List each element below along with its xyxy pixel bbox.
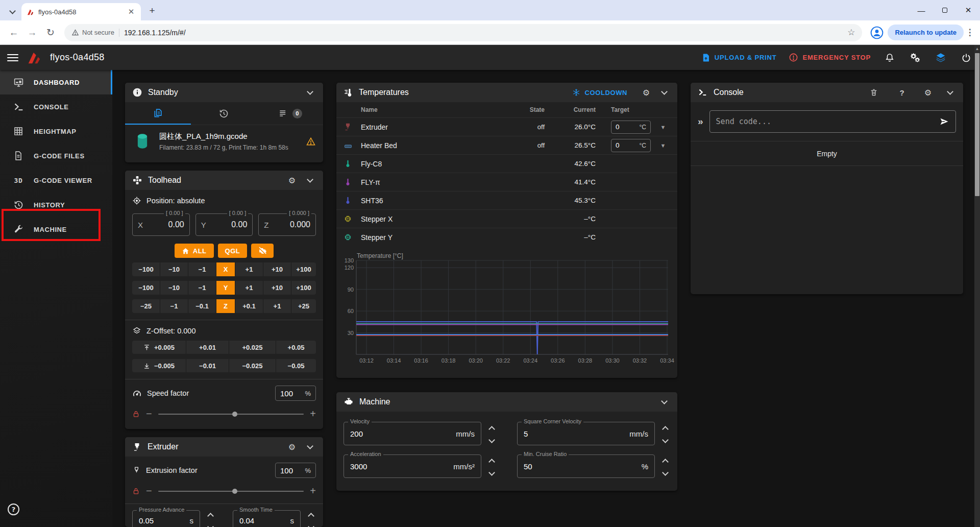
power-button[interactable] — [960, 51, 973, 64]
lock-icon[interactable] — [132, 487, 140, 495]
console-clear-trash-button[interactable] — [870, 88, 882, 97]
temp-row-extruder[interactable]: Extruder off 26.0°C 0 °C ▼ — [336, 117, 677, 136]
hamburger-menu-button[interactable] — [7, 54, 18, 61]
jog-y-minus-10[interactable]: −10 — [160, 281, 188, 295]
increment-button[interactable] — [662, 459, 669, 465]
x-position-field[interactable]: [ 0.00 ] X 0.00 — [132, 213, 190, 236]
collapse-button[interactable] — [304, 445, 316, 448]
jog-z-plus-01[interactable]: +0.1 — [235, 299, 263, 313]
sidebar-item-console[interactable]: CONSOLE — [0, 94, 112, 119]
new-tab-button[interactable]: + — [145, 4, 159, 18]
sidebar-item-history[interactable]: HISTORY — [0, 193, 112, 217]
console-expand-icon[interactable]: » — [698, 116, 703, 127]
notifications-bell-button[interactable] — [883, 51, 896, 64]
slider-knob[interactable] — [232, 489, 237, 494]
cooldown-button[interactable]: COOLDOWN — [572, 88, 627, 97]
speed-factor-input[interactable]: 100 % — [275, 386, 316, 401]
jog-x-minus-1[interactable]: −1 — [188, 262, 216, 276]
extrusion-increase-button[interactable]: + — [310, 485, 316, 497]
min-cruise-ratio-field[interactable]: Min. Cruise Ratio 50 % — [517, 454, 655, 478]
z-offset-up-001[interactable]: +0.01 — [186, 341, 229, 354]
target-dropdown-icon[interactable]: ▼ — [656, 124, 670, 130]
jog-z-plus-25[interactable]: +25 — [291, 299, 316, 313]
z-offset-down-005[interactable]: −0.05 — [276, 359, 316, 372]
window-maximize-button[interactable] — [933, 0, 957, 20]
extruder-settings-gear-icon[interactable]: ⚙ — [286, 442, 298, 452]
sidebar-item-machine[interactable]: MACHINE — [0, 217, 112, 242]
collapse-button[interactable] — [304, 179, 316, 182]
sidebar-item-gcode-viewer[interactable]: 3D G-CODE VIEWER — [0, 168, 112, 193]
not-secure-chip[interactable]: Not secure — [71, 29, 114, 36]
window-minimize-button[interactable]: — — [910, 0, 933, 20]
target-dropdown-icon[interactable]: ▼ — [656, 142, 670, 149]
page-scrollbar[interactable]: ▲ — [974, 45, 980, 527]
gcode-file-item[interactable]: 圆柱体_PLA_1h9m.gcode Filament: 23.83 m / 7… — [125, 125, 323, 158]
jog-z-minus-01[interactable]: −0.1 — [188, 299, 216, 313]
tab-jobs[interactable] — [125, 102, 191, 125]
sidebar-item-dashboard[interactable]: DASHBOARD — [0, 70, 112, 94]
extrusion-decrease-button[interactable]: − — [146, 485, 152, 497]
profile-avatar[interactable] — [870, 26, 884, 39]
send-icon[interactable] — [939, 116, 949, 127]
sidebar-item-gcode-files[interactable]: G-CODE FILES — [0, 143, 112, 168]
decrement-button[interactable] — [662, 437, 669, 443]
collapse-button[interactable] — [304, 91, 316, 94]
acceleration-field[interactable]: Acceleration 3000 mm/s² — [344, 454, 481, 478]
qgl-button[interactable]: QGL — [218, 244, 248, 258]
scrollbar-up-arrow[interactable]: ▲ — [974, 45, 980, 51]
bookmark-star-icon[interactable]: ☆ — [847, 27, 855, 38]
z-offset-down-0025[interactable]: −0.025 — [229, 359, 276, 372]
jog-x-plus-100[interactable]: +100 — [291, 262, 316, 276]
increment-button[interactable] — [308, 513, 314, 519]
help-fab-button[interactable]: ? — [8, 504, 19, 515]
jog-z-plus-1[interactable]: +1 — [263, 299, 291, 313]
jog-y-axis-button[interactable]: Y — [216, 281, 235, 295]
velocity-field[interactable]: Velocity 200 mm/s — [344, 422, 481, 445]
console-help-button[interactable]: ? — [896, 88, 908, 97]
z-offset-up-005[interactable]: +0.05 — [276, 341, 316, 354]
jog-z-minus-1[interactable]: −1 — [160, 299, 188, 313]
increment-button[interactable] — [488, 459, 495, 465]
increment-button[interactable] — [488, 426, 495, 433]
ui-settings-gears-button[interactable] — [909, 51, 922, 64]
increment-button[interactable] — [207, 513, 214, 519]
speed-decrease-button[interactable]: − — [146, 408, 152, 420]
jog-z-minus-25[interactable]: −25 — [132, 299, 160, 313]
browser-tab[interactable]: flyos-0a4d58 ✕ — [21, 3, 141, 20]
jog-z-axis-button[interactable]: Z — [216, 299, 235, 313]
relaunch-to-update-button[interactable]: Relaunch to update — [888, 25, 964, 40]
decrement-button[interactable] — [662, 469, 669, 476]
jog-y-plus-10[interactable]: +10 — [263, 281, 291, 295]
decrement-button[interactable] — [308, 523, 314, 527]
z-offset-down-0005[interactable]: −0.005 — [132, 359, 186, 372]
home-all-button[interactable]: ALL — [175, 244, 214, 258]
console-settings-gear-icon[interactable]: ⚙ — [922, 88, 934, 98]
jog-y-plus-1[interactable]: +1 — [235, 281, 263, 295]
decrement-button[interactable] — [488, 469, 495, 476]
jog-y-plus-100[interactable]: +100 — [291, 281, 316, 295]
extrusion-factor-input[interactable]: 100 % — [275, 463, 316, 478]
forward-button[interactable]: → — [23, 24, 41, 41]
lock-icon[interactable] — [132, 410, 140, 418]
address-bar[interactable]: Not secure 192.168.1.125/m/#/ ☆ — [64, 24, 862, 41]
temp-row-heater-bed[interactable]: Heater Bed off 26.5°C 0 °C ▼ — [336, 136, 677, 154]
speed-increase-button[interactable]: + — [310, 408, 316, 420]
tab-close-icon[interactable]: ✕ — [127, 7, 136, 16]
browser-menu-icon[interactable]: ⋮ — [965, 27, 975, 38]
decrement-button[interactable] — [488, 437, 495, 443]
smooth-time-field[interactable]: Smooth Time 0.04 s — [233, 510, 301, 527]
increment-button[interactable] — [662, 426, 669, 433]
collapse-button[interactable] — [658, 91, 670, 94]
scrollbar-thumb[interactable] — [975, 53, 979, 196]
jog-y-minus-100[interactable]: −100 — [132, 281, 160, 295]
back-button[interactable]: ← — [5, 24, 22, 41]
z-offset-down-001[interactable]: −0.01 — [186, 359, 229, 372]
z-position-field[interactable]: [ 0.000 ] Z 0.000 — [258, 213, 316, 236]
slider-knob[interactable] — [232, 412, 237, 417]
window-close-button[interactable]: ✕ — [957, 0, 980, 20]
toolhead-settings-gear-icon[interactable]: ⚙ — [286, 176, 298, 185]
sidebar-item-heightmap[interactable]: HEIGHTMAP — [0, 119, 112, 143]
extruder-target-input[interactable]: 0 °C — [611, 121, 651, 134]
jog-x-plus-1[interactable]: +1 — [235, 262, 263, 276]
reload-button[interactable]: ↻ — [42, 24, 59, 41]
